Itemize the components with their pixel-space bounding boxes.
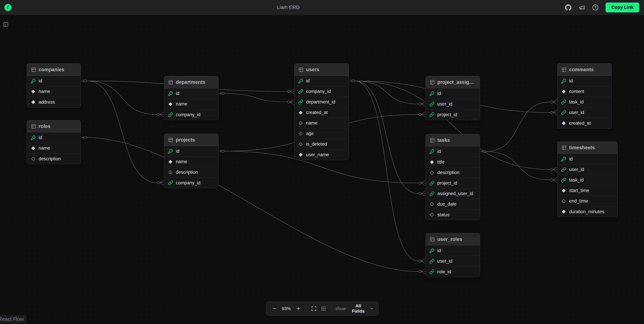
- column-name: start_time: [569, 188, 589, 193]
- column-roles-id[interactable]: id: [27, 132, 81, 143]
- diamond-outline-icon: [31, 156, 36, 161]
- table-header-projects[interactable]: projects: [164, 134, 218, 146]
- column-departments-id[interactable]: id: [164, 88, 218, 99]
- diamond-outline-icon: [430, 170, 434, 175]
- column-companies-name[interactable]: name: [27, 86, 81, 97]
- column-comments-created_at[interactable]: created_at: [558, 118, 612, 128]
- zoom-in-button[interactable]: [294, 304, 302, 313]
- fields-filter-dropdown[interactable]: All Fields: [349, 303, 374, 314]
- column-timesheets-id[interactable]: id: [558, 154, 618, 164]
- diamond-icon: [561, 209, 566, 214]
- column-name: id: [437, 91, 441, 96]
- link-icon: [561, 167, 566, 172]
- table-header-companies[interactable]: companies: [27, 64, 81, 76]
- table-header-user_roles[interactable]: user_roles: [426, 233, 480, 245]
- column-users-department_id[interactable]: department_id: [294, 97, 349, 107]
- link-icon: [561, 178, 566, 183]
- key-icon: [31, 135, 36, 140]
- github-button[interactable]: [565, 4, 572, 11]
- column-timesheets-start_time[interactable]: start_time: [558, 185, 618, 196]
- column-users-company_id[interactable]: company_id: [294, 86, 349, 97]
- column-users-name[interactable]: name: [294, 118, 349, 128]
- key-icon: [31, 79, 36, 84]
- react-flow-attribution[interactable]: React Flow: [0, 315, 26, 323]
- table-nodes-layer: companiesidnameaddressrolesidnamedescrip…: [0, 0, 644, 324]
- column-users-created_at[interactable]: created_at: [294, 107, 349, 118]
- column-projects-name[interactable]: name: [164, 156, 218, 167]
- table-header-departments[interactable]: departments: [164, 76, 218, 88]
- column-project_assignments-user_id[interactable]: user_id: [426, 99, 480, 109]
- column-name: address: [38, 100, 55, 105]
- feedback-button[interactable]: [578, 4, 585, 11]
- column-name: name: [176, 101, 187, 107]
- table-node-companies[interactable]: companiesidnameaddress: [27, 63, 81, 108]
- table-node-tasks[interactable]: tasksidtitledescriptionproject_idassigne…: [426, 134, 480, 220]
- table-header-project_assignments[interactable]: project_assignments: [426, 76, 480, 88]
- column-companies-address[interactable]: address: [27, 97, 81, 107]
- table-header-timesheets[interactable]: timesheets: [558, 142, 618, 154]
- column-timesheets-task_id[interactable]: task_id: [558, 175, 618, 185]
- column-timesheets-duration_minutes[interactable]: duration_minutes: [558, 207, 618, 217]
- column-timesheets-user_id[interactable]: user_id: [558, 164, 618, 175]
- column-tasks-description[interactable]: description: [426, 168, 480, 178]
- column-comments-user_id[interactable]: user_id: [558, 107, 612, 118]
- help-button[interactable]: [592, 4, 599, 11]
- copy-link-button[interactable]: Copy Link: [606, 3, 639, 12]
- column-timesheets-end_time[interactable]: end_time: [558, 196, 618, 207]
- table-icon: [168, 80, 173, 85]
- column-roles-description[interactable]: description: [27, 153, 81, 164]
- column-user_roles-id[interactable]: id: [426, 245, 480, 256]
- link-icon: [168, 112, 173, 117]
- table-icon: [168, 137, 173, 142]
- table-node-project_assignments[interactable]: project_assignmentsiduser_idproject_id: [426, 76, 480, 120]
- table-node-departments[interactable]: departmentsidnamecompany_id: [164, 76, 218, 120]
- table-node-roles[interactable]: rolesidnamedescription: [27, 120, 81, 164]
- column-tasks-title[interactable]: title: [426, 157, 480, 168]
- diamond-icon: [168, 102, 173, 107]
- table-node-projects[interactable]: projectsidnamedescriptioncompany_id: [164, 134, 218, 188]
- column-projects-id[interactable]: id: [164, 146, 218, 156]
- column-project_assignments-id[interactable]: id: [426, 88, 480, 99]
- table-header-comments[interactable]: comments: [558, 64, 612, 76]
- tidy-up-button[interactable]: [320, 304, 327, 313]
- table-header-tasks[interactable]: tasks: [426, 134, 480, 146]
- column-tasks-id[interactable]: id: [426, 146, 480, 157]
- column-tasks-due_date[interactable]: due_date: [426, 199, 480, 210]
- column-tasks-status[interactable]: status: [426, 210, 480, 220]
- column-comments-content[interactable]: content: [558, 86, 612, 97]
- column-users-user_name[interactable]: user_name: [294, 149, 349, 160]
- table-node-user_roles[interactable]: user_rolesiduser_idrole_id: [426, 233, 480, 277]
- zoom-level: 93%: [280, 306, 292, 311]
- column-projects-company_id[interactable]: company_id: [164, 178, 218, 188]
- column-name: user_id: [437, 101, 452, 107]
- column-departments-name[interactable]: name: [164, 99, 218, 109]
- column-project_assignments-project_id[interactable]: project_id: [426, 109, 480, 120]
- column-roles-name[interactable]: name: [27, 143, 81, 153]
- column-user_roles-role_id[interactable]: role_id: [426, 266, 480, 277]
- column-users-id[interactable]: id: [294, 76, 349, 86]
- sidebar-toggle-button[interactable]: [3, 21, 10, 28]
- column-user_roles-user_id[interactable]: user_id: [426, 256, 480, 266]
- column-projects-description[interactable]: description: [164, 167, 218, 178]
- column-users-age[interactable]: age: [294, 128, 349, 139]
- column-name: user_id: [569, 167, 584, 172]
- column-name: id: [569, 156, 573, 162]
- liam-logo[interactable]: ℓ: [4, 4, 12, 11]
- help-circle-icon: [592, 4, 598, 11]
- zoom-out-button[interactable]: [271, 304, 278, 313]
- column-comments-id[interactable]: id: [558, 76, 612, 86]
- table-node-comments[interactable]: commentsidcontenttask_iduser_idcreated_a…: [557, 63, 612, 129]
- column-tasks-project_id[interactable]: project_id: [426, 178, 480, 189]
- column-comments-task_id[interactable]: task_id: [558, 97, 612, 107]
- table-node-timesheets[interactable]: timesheetsiduser_idtask_idstart_timeend_…: [557, 141, 618, 217]
- column-departments-company_id[interactable]: company_id: [164, 109, 218, 120]
- key-icon: [168, 149, 173, 154]
- table-header-users[interactable]: users: [294, 64, 349, 76]
- column-tasks-assigned_user_id[interactable]: assigned_user_id: [426, 189, 480, 199]
- table-node-users[interactable]: usersidcompany_iddepartment_idcreated_at…: [294, 63, 349, 160]
- diamond-icon: [31, 100, 36, 105]
- column-users-is_deleted[interactable]: is_deleted: [294, 139, 349, 149]
- table-header-roles[interactable]: roles: [27, 120, 81, 132]
- column-companies-id[interactable]: id: [27, 76, 81, 86]
- fit-view-button[interactable]: [310, 304, 318, 313]
